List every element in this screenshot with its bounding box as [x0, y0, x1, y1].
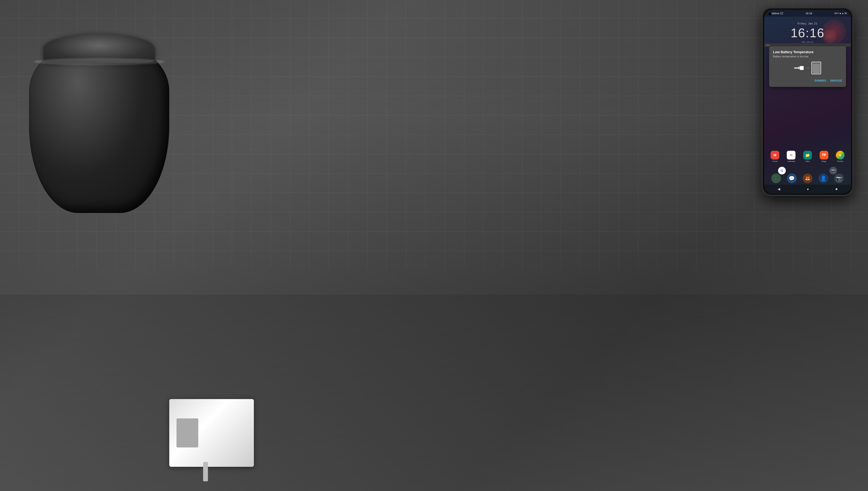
alert-dialog: Low Battery Temperature Battery temperat…: [769, 46, 846, 87]
airfryer-trim: [34, 58, 164, 65]
contacts-icon: 👤: [820, 175, 827, 181]
mapy-icon: 🗺: [819, 151, 828, 160]
app-icons-row: M Gmail 31 Calendar 📁: [764, 151, 851, 164]
calendar-label: Calendar: [787, 160, 795, 163]
wallpaper-date-sub: FRI, JAN 21: [764, 41, 851, 43]
toaster-body: [169, 399, 254, 467]
app-row-1: M Gmail 31 Calendar 📁: [767, 151, 848, 163]
snooze-button[interactable]: SNOOZE: [830, 78, 842, 83]
files-symbol: 📁: [805, 153, 810, 157]
dock-camera[interactable]: 📷: [834, 174, 844, 183]
status-time: 16:16: [805, 12, 812, 15]
nav-recents[interactable]: ■: [836, 187, 838, 191]
plug-cable: [794, 67, 799, 68]
calendar-letter: 31: [790, 154, 793, 156]
app-google[interactable]: G: [778, 167, 786, 174]
alert-subtitle: Battery temperature is too low: [773, 55, 842, 58]
bottom-dock: 📞 💬 🦊 👤 📷: [764, 174, 851, 183]
camera2-icon: 📷: [829, 167, 837, 174]
notif-text: Data: [766, 44, 770, 46]
toaster-lever: [203, 462, 208, 481]
files-label: Files: [806, 160, 810, 163]
phone-call-icon: 📞: [773, 175, 779, 181]
dock-phone[interactable]: 📞: [771, 174, 781, 183]
dock-contacts[interactable]: 👤: [818, 174, 828, 183]
background-photo: [0, 0, 868, 491]
mapy-symbol: 🗺: [822, 153, 826, 157]
status-bar: Vodafone CZ 16:16 NFC ◈ ▲ 8b: [764, 10, 851, 17]
photos-icon: ⊕: [836, 151, 844, 160]
plug-prong1: [798, 67, 800, 67]
dot2: [815, 73, 815, 73]
dismiss-button[interactable]: DISMISS: [814, 78, 827, 83]
bottom-app-row: G 📷: [764, 167, 851, 174]
phone-device: Vodafone CZ 16:16 NFC ◈ ▲ 8b Friday, Jan…: [762, 7, 854, 196]
files-icon: 📁: [803, 151, 812, 160]
spacer1: [804, 167, 811, 174]
plug-prong2: [798, 68, 800, 69]
toaster-slot: [177, 418, 198, 447]
phone-frame: Vodafone CZ 16:16 NFC ◈ ▲ 8b Friday, Jan…: [762, 7, 854, 196]
plug-head: [800, 66, 804, 70]
plug-icon: [794, 66, 804, 70]
app-icon-calendar[interactable]: 31 Calendar: [787, 151, 796, 163]
gmail-icon: M: [771, 151, 779, 160]
google-icon: G: [778, 167, 786, 174]
wallpaper-time: 16:16: [764, 26, 851, 40]
gmail-letter: M: [773, 153, 776, 157]
nav-bar: ◀ ● ■: [764, 185, 851, 193]
power-button[interactable]: [853, 37, 854, 47]
google-g: G: [781, 169, 783, 173]
alert-buttons: DISMISS SNOOZE: [773, 78, 842, 83]
firefox-icon: 🦊: [805, 176, 810, 181]
calendar-icon: 31: [787, 151, 796, 160]
phone-screen-mini: [813, 64, 820, 73]
nav-home[interactable]: ●: [807, 187, 809, 191]
camera-hole: [769, 12, 772, 15]
wallpaper-date: Friday, Jan 21: [764, 22, 851, 25]
photos-symbol: ⊕: [839, 153, 842, 157]
phone-screen: Vodafone CZ 16:16 NFC ◈ ▲ 8b Friday, Jan…: [764, 10, 851, 193]
dot3: [816, 73, 817, 73]
app-icon-gmail[interactable]: M Gmail: [771, 151, 779, 163]
volume-button[interactable]: [853, 52, 854, 59]
messages-icon: 💬: [789, 175, 795, 181]
photos-label: Photos: [837, 160, 843, 163]
app-icon-files[interactable]: 📁 Files: [803, 151, 812, 163]
phone-dots: [814, 73, 819, 73]
app-icon-mapy[interactable]: 🗺 Mapy: [819, 151, 828, 163]
camera-icon: 📷: [836, 175, 842, 181]
alert-icon-area: →: [773, 62, 842, 74]
phone-icon-small: [811, 62, 821, 74]
dock-messages[interactable]: 💬: [787, 174, 797, 183]
mapy-label: Mapy: [822, 160, 827, 163]
dock-firefox[interactable]: 🦊: [803, 174, 812, 183]
dot5: [818, 73, 819, 73]
status-icons: NFC ◈ ▲ 8b: [834, 12, 847, 15]
dot1: [814, 73, 814, 73]
arrow-icon: →: [806, 66, 809, 70]
app-camera2[interactable]: 📷: [829, 167, 837, 174]
camera2-symbol: 📷: [831, 169, 835, 173]
dot4: [817, 73, 818, 73]
gmail-label: Gmail: [772, 160, 777, 163]
alert-title: Low Battery Temperature: [773, 50, 842, 54]
nav-back[interactable]: ◀: [778, 187, 780, 191]
app-icon-photos[interactable]: ⊕ Photos: [836, 151, 844, 163]
kitchen-counter: [0, 294, 868, 491]
